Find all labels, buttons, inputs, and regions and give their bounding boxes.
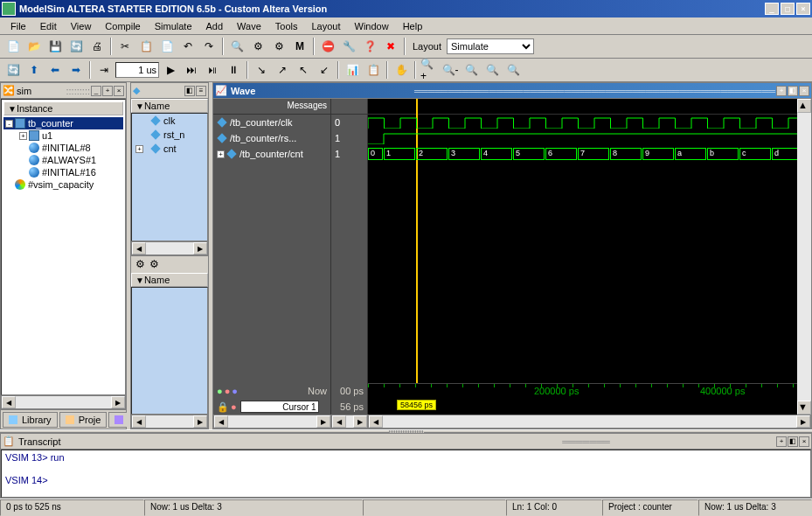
zoom-range-button[interactable]: 🔍 (503, 60, 523, 80)
transcript-body[interactable]: VSIM 13> runVSIM 14> (1, 450, 811, 498)
step-button[interactable]: ⇥ (94, 60, 114, 80)
cursor-name-input[interactable] (240, 401, 319, 413)
transcript-maximize-icon[interactable]: + (776, 436, 787, 447)
zoom-in-button[interactable]: 🔍+ (420, 60, 439, 80)
close-button[interactable]: × (796, 3, 810, 15)
objects-list[interactable]: clkrst_n+cnt (131, 113, 208, 241)
gear-icon[interactable]: ⚙ (133, 257, 147, 271)
simulate-button[interactable]: M (290, 37, 309, 56)
paste-button[interactable]: 📄 (157, 37, 177, 56)
break2-button[interactable]: ⏸ (224, 60, 243, 80)
add-wave-button[interactable]: 📊 (343, 60, 362, 80)
new-button[interactable]: 📄 (3, 37, 23, 56)
object-item[interactable]: rst_n (132, 128, 207, 142)
add-list-button[interactable]: 📋 (364, 60, 383, 80)
proc-header[interactable]: ▼Name (131, 273, 208, 287)
panel-close-icon[interactable]: × (114, 86, 124, 96)
zoom-cursor-button[interactable]: 🔍 (482, 60, 502, 80)
instance-tree[interactable]: ▼Instance -tb_counter+u1#INITIAL#8#ALWAY… (1, 99, 126, 395)
expand-icon[interactable]: + (135, 145, 143, 153)
wave-panel-header[interactable]: 📈 Wave ═════════════════════════════════… (213, 83, 811, 99)
step-over-button[interactable]: ↗ (273, 60, 292, 80)
stop-button[interactable]: ✖ (381, 37, 400, 56)
menu-compile[interactable]: Compile (98, 19, 147, 33)
menu-file[interactable]: File (3, 19, 33, 33)
expand-icon[interactable]: + (19, 132, 27, 140)
sim-hscroll[interactable]: ◀▶ (1, 395, 126, 409)
menu-tools[interactable]: Tools (268, 19, 305, 33)
menu-view[interactable]: View (64, 19, 99, 33)
compile-all-button[interactable]: ⚙ (269, 37, 288, 56)
object-item[interactable]: +cnt (132, 142, 207, 156)
wave-signal-row[interactable]: /tb_counter/rs... (213, 130, 330, 146)
tree-item[interactable]: #ALWAYS#1 (3, 154, 123, 166)
find-button[interactable]: 🔍 (227, 37, 246, 56)
menu-help[interactable]: Help (396, 19, 430, 33)
save-button[interactable]: 💾 (45, 37, 65, 56)
tree-item[interactable]: -tb_counter (3, 117, 123, 129)
wave-vals-hscroll[interactable]: ◀▶ (331, 415, 368, 429)
panel-minimize-icon[interactable]: _ (91, 86, 101, 96)
tree-item[interactable]: #INITIAL#16 (3, 166, 123, 178)
menu-edit[interactable]: Edit (33, 19, 64, 33)
copy-button[interactable]: 📋 (136, 37, 156, 56)
open-button[interactable]: 📂 (24, 37, 44, 56)
compile-button[interactable]: ⚙ (248, 37, 267, 56)
run-forward-button[interactable]: ➡ (66, 60, 86, 80)
run-up-button[interactable]: ⬆ (24, 60, 44, 80)
print-button[interactable]: 🖨 (87, 37, 107, 56)
run-all-button[interactable]: ⏭ (182, 60, 201, 80)
tree-item[interactable]: +u1 (3, 129, 123, 142)
wave-signal-values[interactable]: 011 00 ps 56 ps (331, 99, 368, 415)
cut-button[interactable]: ✂ (115, 37, 135, 56)
process-list[interactable] (131, 287, 208, 415)
sim-panel-header[interactable]: 🔀 sim ::::::::: _ + × (1, 83, 126, 99)
transcript-header[interactable]: 📋 Transcript ═══════ + ◧ × (1, 434, 811, 450)
obj-list-icon[interactable]: ≡ (196, 86, 206, 96)
help-button[interactable]: ❓ (360, 37, 379, 56)
wave-signal-names[interactable]: Messages /tb_counter/clk/tb_counter/rs..… (213, 99, 331, 415)
wave-maximize-icon[interactable]: + (776, 86, 787, 96)
wave-names-hscroll[interactable]: ◀▶ (213, 415, 331, 429)
wave-dock-icon[interactable]: ◧ (788, 86, 798, 96)
transcript-dock-icon[interactable]: ◧ (788, 436, 798, 447)
reload-button[interactable]: 🔄 (66, 37, 86, 56)
break-button[interactable]: ⛔ (318, 37, 337, 56)
expand-icon[interactable]: - (5, 120, 13, 128)
gear2-icon[interactable]: ⚙ (147, 257, 161, 271)
tree-header-instance[interactable]: ▼Instance (3, 101, 123, 115)
wave-signal-row[interactable]: +/tb_counter/cnt (213, 146, 330, 162)
obj-hscroll[interactable]: ◀▶ (131, 241, 208, 255)
menu-layout[interactable]: Layout (305, 19, 348, 33)
tab-project[interactable]: Proje (59, 412, 108, 428)
object-item[interactable]: clk (132, 114, 207, 128)
cursor-marker[interactable]: 58456 ps (397, 400, 436, 410)
wave-vscroll[interactable]: ▲ ▼ (797, 99, 811, 415)
wave-plot-hscroll[interactable]: ◀▶ (368, 415, 811, 429)
maximize-button[interactable]: □ (781, 3, 795, 15)
transcript-close-icon[interactable]: × (799, 436, 809, 447)
zoom-out-button[interactable]: 🔍- (441, 60, 460, 80)
menu-simulate[interactable]: Simulate (148, 19, 199, 33)
wave-signal-row[interactable]: /tb_counter/clk (213, 115, 330, 130)
run-back-button[interactable]: ⬅ (45, 60, 65, 80)
tool-button[interactable]: 🔧 (339, 37, 358, 56)
continue-button[interactable]: ⏯ (203, 60, 222, 80)
layout-select[interactable]: Simulate (447, 38, 534, 54)
pan-button[interactable]: ✋ (392, 60, 411, 80)
zoom-full-button[interactable]: 🔍 (462, 60, 481, 80)
menu-add[interactable]: Add (199, 19, 231, 33)
tab-library[interactable]: Library (3, 412, 58, 428)
menu-window[interactable]: Window (348, 19, 396, 33)
step-into-button[interactable]: ↘ (252, 60, 271, 80)
proc-hscroll[interactable]: ◀▶ (131, 415, 208, 429)
cursor-line[interactable] (416, 99, 418, 415)
undo-button[interactable]: ↶ (178, 37, 198, 56)
tree-item[interactable]: #INITIAL#8 (3, 142, 123, 154)
run-button[interactable]: ▶ (161, 60, 180, 80)
obj-dock-icon[interactable]: ◧ (184, 86, 195, 96)
wave-plot[interactable]: 200000 ps400000 ps 58456 ps 0123456789ab… (368, 99, 797, 415)
step-out-button[interactable]: ↖ (294, 60, 313, 80)
tree-item[interactable]: #vsim_capacity (3, 178, 123, 191)
step-return-button[interactable]: ↙ (315, 60, 334, 80)
